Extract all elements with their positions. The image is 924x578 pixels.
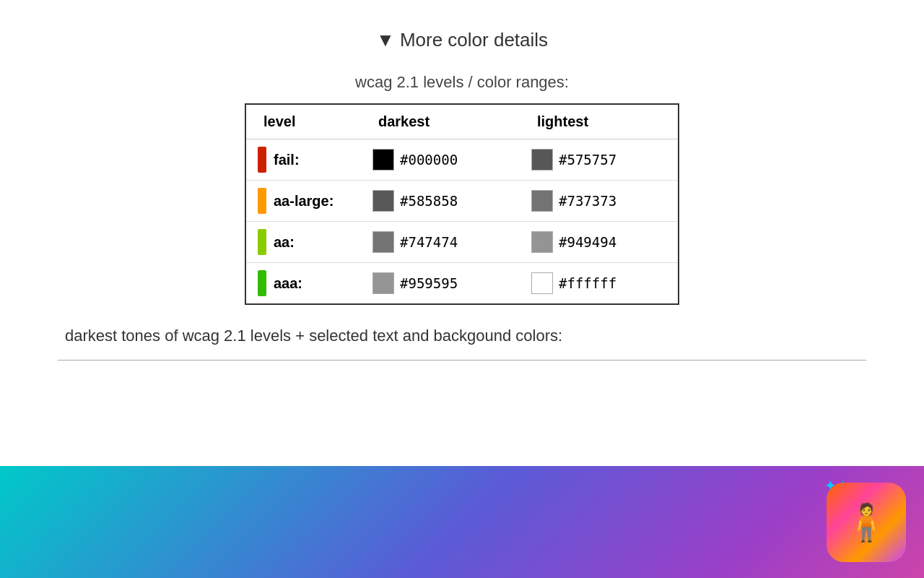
darkest-cell-fail: #000000 bbox=[361, 139, 520, 181]
lightest-swatch-aaa bbox=[531, 272, 553, 294]
lightest-value-fail: #575757 bbox=[559, 152, 616, 168]
description-label: darkest tones of wcag 2.1 levels + selec… bbox=[65, 327, 562, 345]
col-header-darkest: darkest bbox=[361, 104, 520, 139]
darkest-swatch-aa bbox=[372, 231, 394, 253]
lightest-swatch-aa bbox=[531, 231, 553, 253]
lightest-cell-aaa: #ffffff bbox=[520, 263, 679, 305]
level-cell-aaa: aaa: bbox=[245, 263, 361, 305]
lightest-cell-aa: #949494 bbox=[520, 222, 679, 263]
darkest-value-fail: #000000 bbox=[400, 152, 458, 168]
darkest-swatch-aa-large bbox=[372, 190, 394, 212]
darkest-value-aaa: #959595 bbox=[400, 275, 458, 291]
lightest-value-aaa: #ffffff bbox=[559, 275, 616, 291]
logo-container: ✦✦ 🧍 bbox=[823, 475, 910, 569]
table-row-aa-large: aa-large: #585858 #737373 bbox=[245, 181, 679, 222]
section-title-text: wcag 2.1 levels / color ranges: bbox=[355, 73, 569, 91]
lightest-swatch-fail bbox=[531, 149, 553, 171]
level-label-fail: fail: bbox=[274, 152, 300, 168]
level-swatch-aa bbox=[258, 229, 266, 255]
table-row-aaa: aaa: #959595 #ffffff bbox=[245, 263, 679, 305]
darkest-cell-aa: #747474 bbox=[361, 222, 520, 263]
level-label-aaa: aaa: bbox=[274, 275, 302, 292]
darkest-cell-aa-large: #585858 bbox=[361, 181, 520, 222]
col-header-level: level bbox=[245, 104, 361, 139]
lightest-swatch-aa-large bbox=[531, 190, 553, 212]
level-label-aa-large: aa-large: bbox=[274, 193, 334, 210]
darkest-swatch-aaa bbox=[372, 272, 394, 294]
darkest-value-aa-large: #585858 bbox=[400, 193, 458, 209]
darkest-swatch-fail bbox=[372, 149, 394, 171]
section-title: wcag 2.1 levels / color ranges: bbox=[58, 73, 866, 92]
level-cell-aa-large: aa-large: bbox=[245, 181, 361, 222]
darkest-cell-aaa: #959595 bbox=[361, 263, 520, 305]
color-table-wrapper: level darkest lightest fail: #000000 bbox=[58, 103, 866, 305]
col-header-lightest: lightest bbox=[520, 104, 679, 139]
level-swatch-fail bbox=[258, 147, 266, 173]
level-cell-fail: fail: bbox=[245, 139, 361, 181]
darkest-value-aa: #747474 bbox=[400, 234, 458, 250]
section-divider bbox=[58, 360, 866, 361]
bottom-banner: ✦✦ 🧍 bbox=[0, 466, 924, 578]
main-content: ▼ More color details wcag 2.1 levels / c… bbox=[0, 0, 924, 470]
level-label-aa: aa: bbox=[274, 234, 295, 251]
wcag-color-table: level darkest lightest fail: #000000 bbox=[245, 103, 679, 305]
accessibility-person-icon: 🧍 bbox=[844, 504, 889, 540]
table-row-aa: aa: #747474 #949494 bbox=[245, 222, 679, 263]
logo-background: 🧍 bbox=[827, 483, 906, 562]
level-cell-aa: aa: bbox=[245, 222, 361, 263]
lightest-value-aa: #949494 bbox=[559, 234, 616, 250]
more-color-details-toggle[interactable]: ▼ More color details bbox=[58, 29, 866, 51]
level-swatch-aa-large bbox=[258, 188, 266, 214]
toggle-label: ▼ More color details bbox=[376, 29, 548, 51]
description-text: darkest tones of wcag 2.1 levels + selec… bbox=[58, 327, 866, 345]
level-swatch-aaa bbox=[258, 270, 266, 296]
table-row-fail: fail: #000000 #575757 bbox=[245, 139, 679, 181]
lightest-cell-fail: #575757 bbox=[520, 139, 679, 181]
lightest-cell-aa-large: #737373 bbox=[520, 181, 679, 222]
lightest-value-aa-large: #737373 bbox=[559, 193, 616, 209]
